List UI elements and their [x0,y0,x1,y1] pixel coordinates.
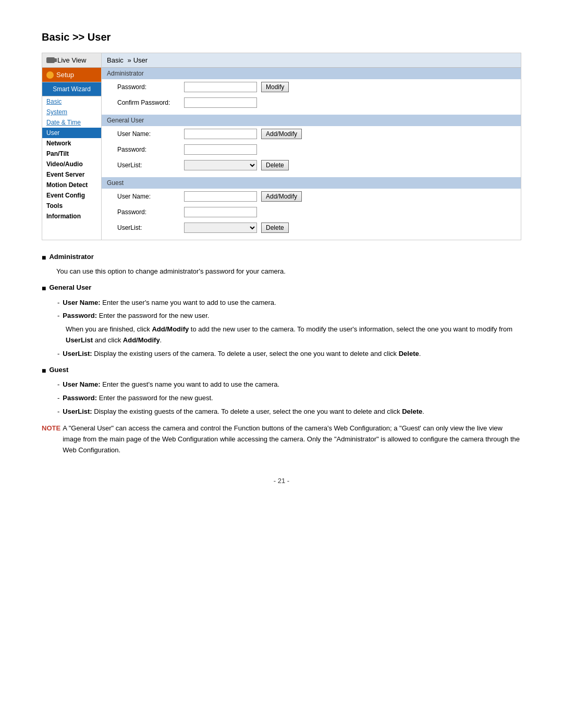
desc-admin-text: You can use this option to change admini… [56,266,521,277]
guest-username-label: User Name: [117,193,180,200]
guest-add-modify-button[interactable]: Add/Modify [261,191,302,202]
sidebar-item-user[interactable]: User [42,128,101,138]
general-password-text: Enter the password for the new user. [99,312,210,319]
page-title: Basic >> User [42,31,521,43]
general-username-label: User Name: [117,130,180,138]
sidebar-item-basic[interactable]: Basic [42,96,101,107]
sidebar-item-event-config[interactable]: Event Config [42,190,101,201]
sidebar-live-view-label: Live View [57,56,86,64]
setup-icon [46,71,54,79]
guest-password-label: Password: [117,208,180,216]
general-password-input[interactable] [184,144,257,155]
sidebar-item-motion-detect[interactable]: Motion Detect [42,180,101,190]
guest-username-input[interactable] [184,191,257,202]
general-password-row: Password: [102,142,521,157]
sidebar-item-setup[interactable]: Setup [42,68,101,82]
desc-general-username-row: - User Name: Enter the user's name you w… [57,298,521,309]
guest-bullet-icon: ■ [42,365,46,376]
admin-password-label: Password: [117,83,180,91]
desc-guest-username-row: - User Name: Enter the guest's name you … [57,379,521,390]
note-text: A "General User" can access the camera a… [63,423,521,455]
admin-bullet-icon: ■ [42,252,46,263]
sidebar-item-date-time[interactable]: Date & Time [42,117,101,128]
guest-userlist-select[interactable] [184,223,257,233]
sidebar-smart-wizard-label: Smart Wizard [53,85,91,93]
desc-general-heading-row: ■ General User [42,282,521,294]
desc-general-heading: General User [49,282,91,293]
general-delete-button[interactable]: Delete [261,160,289,170]
admin-confirm-label: Confirm Password: [117,99,180,106]
main-panel: Basic »User Administrator Password: Modi… [102,53,521,240]
general-userlist-row: UserList: Delete [102,157,521,173]
desc-general-section: ■ General User - User Name: Enter the us… [42,282,521,359]
admin-password-input[interactable] [184,82,257,92]
general-userlist-select[interactable] [184,160,257,170]
general-bullet-icon: ■ [42,282,46,294]
guest-userlist-row: UserList: Delete [102,220,521,236]
admin-confirm-input[interactable] [184,97,257,108]
general-userlist-label: UserList: [117,162,180,169]
guest-username-row: User Name: Add/Modify [102,189,521,204]
sidebar-item-event-server[interactable]: Event Server [42,169,101,180]
desc-guest-password-row: - Password: Enter the password for the n… [57,393,521,404]
general-password-text-bold: Password: [63,312,97,319]
general-username-text: Enter the user's name you want to add to… [102,299,276,306]
sidebar-setup-label: Setup [56,71,74,79]
note-section: NOTE A "General User" can access the cam… [42,423,521,455]
desc-guest-userlist-row: - UserList: Display the existing guests … [57,406,521,417]
desc-guest-heading-row: ■ Guest [42,365,521,376]
admin-modify-button[interactable]: Modify [261,82,289,92]
sidebar: Live View Setup Smart Wizard Basic Syste… [42,53,102,240]
general-section-header: General User [102,115,521,126]
sidebar-item-video-audio[interactable]: Video/Audio [42,159,101,169]
sidebar-item-information[interactable]: Information [42,211,101,221]
panel-header: Basic »User [102,53,521,68]
guest-password-row: Password: [102,204,521,220]
admin-section-header: Administrator [102,68,521,79]
desc-admin-heading: Administrator [49,252,93,263]
desc-general-userlist-row: - UserList: Display the existing users o… [57,349,521,360]
sidebar-item-system[interactable]: System [42,107,101,117]
sidebar-item-network[interactable]: Network [42,138,101,149]
desc-general-password-row: - Password: Enter the password for the n… [57,311,521,322]
page-number: - 21 - [42,477,521,485]
admin-confirm-row: Confirm Password: [102,95,521,110]
sidebar-item-live-view[interactable]: Live View [42,53,101,68]
general-add-modify-button[interactable]: Add/Modify [261,129,302,139]
sidebar-item-tools[interactable]: Tools [42,201,101,211]
desc-guest-heading: Guest [49,365,68,376]
guest-userlist-label: UserList: [117,224,180,231]
guest-section-header: Guest [102,177,521,189]
general-password-label: Password: [117,146,180,153]
camera-icon [46,57,55,63]
desc-guest-section: ■ Guest - User Name: Enter the guest's n… [42,365,521,417]
desc-general-body: When you are finished, click Add/Modify … [66,324,521,346]
note-label: NOTE [42,423,60,455]
general-username-row: User Name: Add/Modify [102,126,521,142]
admin-password-row: Password: Modify [102,79,521,95]
general-username-input[interactable] [184,129,257,139]
guest-delete-button[interactable]: Delete [261,223,289,233]
sidebar-item-smart-wizard[interactable]: Smart Wizard [42,82,101,96]
desc-admin-heading-row: ■ Administrator [42,252,521,263]
general-username-text-bold: User Name: [63,299,100,306]
guest-password-input[interactable] [184,207,257,217]
desc-admin-section: ■ Administrator You can use this option … [42,252,521,277]
description-area: ■ Administrator You can use this option … [42,252,521,456]
sidebar-item-pan-tilt[interactable]: Pan/Tilt [42,149,101,159]
